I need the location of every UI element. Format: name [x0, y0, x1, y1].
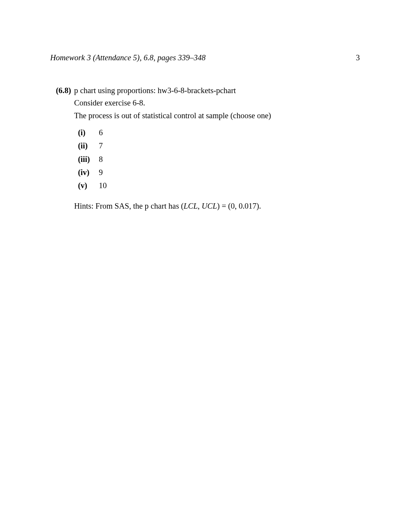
choice-item: (iv) 9 [78, 167, 360, 178]
hint-prefix: Hints: From SAS, the p chart has ( [74, 202, 184, 210]
running-header: Homework 3 (Attendance 5), 6.8, pages 33… [50, 53, 360, 62]
hint-ucl: UCL [202, 202, 217, 210]
choice-value: 6 [99, 127, 103, 138]
page-number: 3 [356, 53, 360, 62]
document-page: Homework 3 (Attendance 5), 6.8, pages 33… [0, 0, 410, 212]
choice-item: (iii) 8 [78, 153, 360, 165]
choice-value: 7 [99, 140, 103, 151]
hint-end: 0.017). [239, 202, 261, 210]
hint-eq: ) = (0 [217, 202, 235, 210]
choice-label: (ii) [78, 140, 99, 151]
hint-line: Hints: From SAS, the p chart has (LCL, U… [74, 200, 360, 212]
choice-item: (v) 10 [78, 180, 360, 191]
choice-label: (iii) [78, 153, 99, 165]
hint-comma: , [235, 202, 239, 210]
hint-lcl: LCL [184, 202, 198, 210]
problem-title: p chart using proportions: hw3-6-8-brack… [74, 85, 360, 96]
choice-label: (iv) [78, 167, 99, 178]
problem-label: (6.8) [50, 85, 74, 96]
choice-label: (v) [78, 180, 99, 191]
problem-line-2: Consider exercise 6-8. [74, 97, 360, 109]
problem-body: p chart using proportions: hw3-6-8-brack… [74, 85, 360, 212]
choice-item: (ii) 7 [78, 140, 360, 151]
hint-comma: , [198, 202, 202, 210]
choice-value: 8 [99, 153, 103, 165]
choice-label: (i) [78, 127, 99, 138]
problem-block: (6.8) p chart using proportions: hw3-6-8… [50, 85, 360, 212]
choice-value: 9 [99, 167, 103, 178]
problem-line-3: The process is out of statistical contro… [74, 110, 360, 121]
running-title: Homework 3 (Attendance 5), 6.8, pages 33… [50, 53, 206, 62]
choice-value: 10 [99, 180, 107, 191]
choice-item: (i) 6 [78, 127, 360, 138]
choice-list: (i) 6 (ii) 7 (iii) 8 (iv) 9 (v) 10 [78, 127, 360, 192]
